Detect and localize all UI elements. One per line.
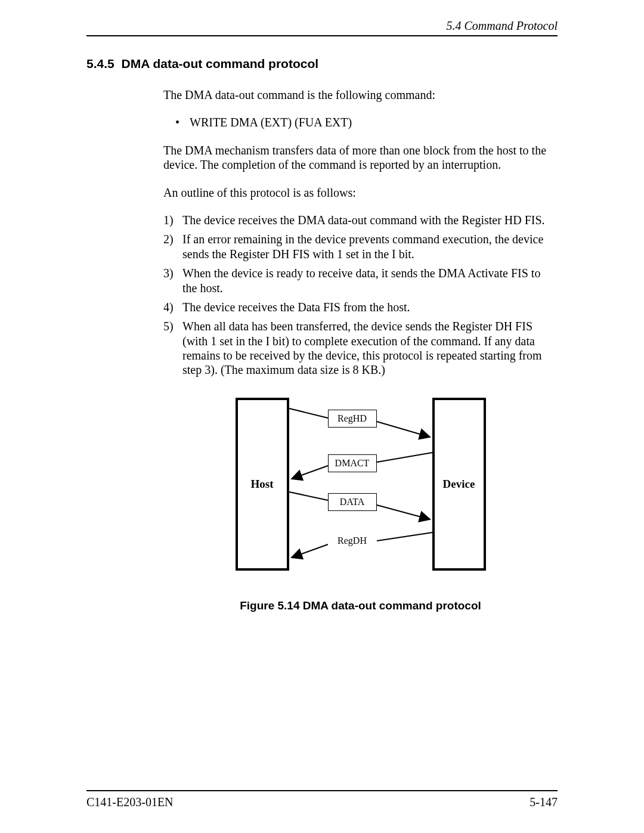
intro-paragraph-1: The DMA data-out command is the followin…	[163, 88, 558, 102]
figure-container: Host Device	[163, 398, 558, 574]
list-item: 5) When all data has been transferred, t…	[163, 319, 558, 377]
list-item: 2) If an error remaining in the device p…	[163, 232, 558, 261]
page-header: 5.4 Command Protocol	[86, 19, 558, 36]
command-bullet: WRITE DMA (EXT) (FUA EXT)	[163, 115, 558, 129]
svg-line-4	[289, 492, 328, 500]
footer-rule	[86, 790, 558, 791]
svg-line-7	[292, 544, 328, 558]
section-title: DMA data-out command protocol	[122, 57, 319, 71]
message-label: DATA	[340, 496, 364, 508]
svg-line-5	[377, 505, 430, 519]
message-reghd: RegHD	[328, 410, 377, 428]
section-heading: 5.4.5 DMA data-out command protocol	[86, 57, 558, 71]
intro-paragraph-3: An outline of this protocol is as follow…	[163, 185, 558, 200]
svg-line-2	[377, 453, 432, 462]
message-dmact: DMACT	[328, 454, 377, 472]
svg-line-1	[377, 422, 430, 437]
message-label: RegDH	[338, 535, 367, 547]
intro-paragraph-2: The DMA mechanism transfers data of more…	[163, 143, 558, 172]
svg-line-6	[377, 532, 432, 541]
list-item-number: 2)	[163, 232, 174, 246]
message-data: DATA	[328, 493, 377, 511]
svg-line-0	[289, 408, 328, 418]
list-item-text: When the device is ready to receive data…	[182, 267, 540, 294]
header-section-label: 5.4 Command Protocol	[447, 19, 558, 32]
list-item-text: When all data has been transferred, the …	[182, 320, 542, 376]
section-number: 5.4.5	[86, 57, 114, 71]
list-item-number: 3)	[163, 266, 174, 280]
svg-line-3	[292, 466, 328, 479]
list-item-text: The device receives the DMA data-out com…	[182, 213, 545, 227]
message-label: DMACT	[335, 457, 370, 469]
list-item: 4) The device receives the Data FIS from…	[163, 300, 558, 314]
list-item-text: If an error remaining in the device prev…	[182, 233, 543, 260]
footer-doc-id: C141-E203-01EN	[86, 795, 174, 809]
list-item-number: 4)	[163, 300, 174, 314]
message-regdh: RegDH	[328, 532, 377, 550]
content-area: 5.4.5 DMA data-out command protocol The …	[86, 57, 558, 612]
message-label: RegHD	[338, 413, 367, 425]
list-item-number: 5)	[163, 319, 174, 333]
list-item: 1) The device receives the DMA data-out …	[163, 213, 558, 227]
body-block: The DMA data-out command is the followin…	[163, 88, 558, 612]
list-item-text: The device receives the Data FIS from th…	[182, 301, 410, 314]
page: 5.4 Command Protocol 5.4.5 DMA data-out …	[0, 0, 644, 833]
footer-page-number: 5-147	[530, 795, 558, 809]
list-item-number: 1)	[163, 213, 174, 227]
protocol-diagram: Host Device	[236, 398, 486, 571]
list-item: 3) When the device is ready to receive d…	[163, 266, 558, 295]
figure-caption: Figure 5.14 DMA data-out command protoco…	[163, 599, 558, 612]
protocol-steps: 1) The device receives the DMA data-out …	[163, 213, 558, 377]
